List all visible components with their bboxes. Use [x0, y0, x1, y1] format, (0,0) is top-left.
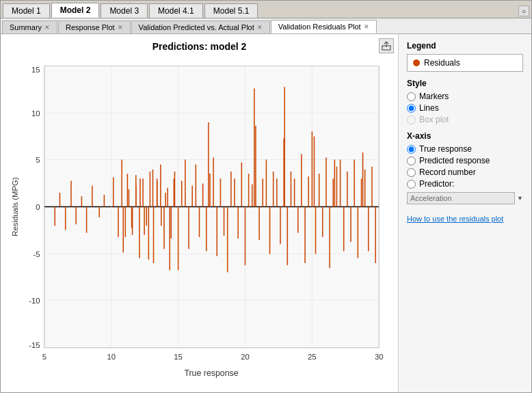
svg-text:True response: True response	[184, 368, 238, 378]
svg-text:15: 15	[31, 66, 40, 74]
main-window: Model 1 Model 2 Model 3 Model 4.1 Model …	[0, 0, 532, 393]
svg-text:-15: -15	[29, 341, 40, 349]
svg-text:-5: -5	[34, 250, 40, 258]
svg-text:15: 15	[174, 353, 183, 361]
help-link[interactable]: How to use the residuals plot	[407, 215, 523, 223]
legend-title: Legend	[407, 41, 523, 51]
style-markers-option[interactable]: Markers	[407, 92, 523, 101]
xaxis-predicted-response-label: Predicted response	[419, 156, 490, 165]
svg-text:25: 25	[308, 353, 317, 361]
window-minimize-icon[interactable]: ○	[518, 5, 529, 16]
xaxis-true-response-radio[interactable]	[407, 145, 416, 154]
xaxis-predicted-response-option[interactable]: Predicted response	[407, 156, 523, 165]
legend-section: Legend Residuals	[407, 41, 523, 72]
svg-text:5: 5	[42, 353, 46, 361]
style-section: Style Markers Lines Box plot	[407, 79, 523, 124]
chart-container: 0 5 10 15 -5 -10 -15 5 10 15 20 25 30 Re…	[4, 55, 395, 379]
export-icon	[382, 41, 391, 51]
svg-text:-10: -10	[29, 297, 40, 305]
xaxis-true-response-option[interactable]: True response	[407, 144, 523, 154]
right-panel: Legend Residuals Style Markers Lines	[398, 34, 531, 392]
tab-validation-predicted-label: Validation Predicted vs. Actual Plot	[139, 23, 254, 31]
legend-box: Residuals	[407, 54, 523, 72]
tab-validation-residuals-close[interactable]: ✕	[364, 23, 369, 30]
model-tabs-bar: Model 1 Model 2 Model 3 Model 4.1 Model …	[1, 1, 531, 18]
tab-response-plot-label: Response Plot	[66, 23, 115, 31]
tab-validation-residuals-label: Validation Residuals Plot	[278, 23, 361, 31]
svg-text:0: 0	[36, 203, 40, 211]
plot-area: Predictions: model 2	[1, 34, 398, 392]
legend-item-label: Residuals	[424, 58, 460, 68]
xaxis-true-response-label: True response	[419, 144, 472, 154]
style-lines-label: Lines	[419, 103, 439, 113]
svg-text:10: 10	[107, 353, 116, 361]
model-tab-5-1[interactable]: Model 5.1	[204, 3, 258, 18]
tab-summary-close[interactable]: ✕	[44, 24, 50, 31]
tab-response-plot[interactable]: Response Plot ✕	[58, 21, 131, 33]
style-markers-label: Markers	[419, 92, 449, 101]
model-tab-2[interactable]: Model 2	[51, 3, 100, 18]
xaxis-title: X-axis	[407, 131, 523, 141]
tab-summary[interactable]: Summary ✕	[2, 21, 57, 33]
svg-text:20: 20	[241, 353, 250, 361]
tab-summary-label: Summary	[10, 23, 42, 31]
xaxis-record-number-radio[interactable]	[407, 168, 416, 177]
xaxis-predicted-response-radio[interactable]	[407, 157, 416, 165]
model-tab-1[interactable]: Model 1	[3, 3, 50, 18]
svg-text:5: 5	[36, 156, 40, 164]
legend-dot	[413, 59, 420, 66]
style-options: Markers Lines Box plot	[407, 92, 523, 124]
svg-text:30: 30	[375, 353, 384, 361]
xaxis-record-number-label: Record number	[419, 167, 476, 177]
predictor-dropdown[interactable]	[407, 192, 515, 204]
svg-text:Residuals (MPG): Residuals (MPG)	[11, 177, 19, 236]
style-title: Style	[407, 79, 523, 88]
predictor-select-row: ▼	[407, 192, 523, 204]
style-boxplot-radio	[407, 116, 416, 124]
xaxis-predictor-option[interactable]: Predictor:	[407, 179, 523, 189]
content-tabs-bar: Summary ✕ Response Plot ✕ Validation Pre…	[1, 18, 531, 34]
xaxis-options: True response Predicted response Record …	[407, 144, 523, 204]
xaxis-record-number-option[interactable]: Record number	[407, 167, 523, 177]
xaxis-section: X-axis True response Predicted response …	[407, 131, 523, 204]
tab-validation-predicted[interactable]: Validation Predicted vs. Actual Plot ✕	[131, 21, 270, 33]
tab-response-plot-close[interactable]: ✕	[118, 24, 123, 31]
export-button[interactable]	[379, 38, 394, 53]
svg-text:10: 10	[31, 109, 40, 118]
model-tab-3[interactable]: Model 3	[101, 3, 148, 18]
style-boxplot-option: Box plot	[407, 115, 523, 124]
tab-validation-predicted-close[interactable]: ✕	[257, 24, 263, 31]
main-content: Predictions: model 2	[1, 34, 531, 392]
residuals-chart: 0 5 10 15 -5 -10 -15 5 10 15 20 25 30 Re…	[4, 55, 395, 379]
plot-title: Predictions: model 2	[4, 41, 395, 52]
model-tab-4-1[interactable]: Model 4.1	[149, 3, 203, 18]
xaxis-predictor-radio[interactable]	[407, 180, 416, 189]
tab-validation-residuals[interactable]: Validation Residuals Plot ✕	[271, 20, 377, 33]
style-boxplot-label: Box plot	[419, 115, 449, 124]
xaxis-predictor-label: Predictor:	[419, 179, 454, 189]
style-lines-radio[interactable]	[407, 104, 416, 113]
style-lines-option[interactable]: Lines	[407, 103, 523, 113]
style-markers-radio[interactable]	[407, 92, 416, 101]
predictor-dropdown-arrow[interactable]: ▼	[517, 195, 523, 202]
